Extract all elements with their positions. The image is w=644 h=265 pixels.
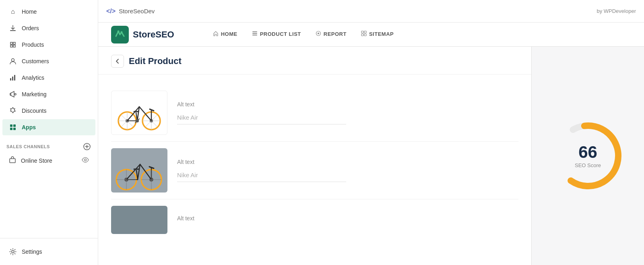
nav-sitemap-icon	[361, 31, 367, 37]
svg-point-12	[85, 159, 87, 161]
sidebar-item-label: Discounts	[22, 108, 46, 114]
image-row: Alt text	[111, 84, 518, 142]
seo-panel: 66 SEO Score	[531, 47, 644, 265]
product-image-1	[111, 91, 167, 135]
plugin-logo-text: StoreSEO	[133, 29, 174, 40]
sidebar-item-label: Orders	[22, 25, 39, 31]
sidebar-item-label: Apps	[22, 124, 36, 130]
alt-input-1[interactable]	[177, 111, 346, 124]
customers-icon	[9, 57, 17, 65]
back-button[interactable]	[111, 55, 124, 68]
topbar-left: </> StoreSeoDev	[106, 8, 155, 15]
svg-rect-6	[10, 124, 12, 127]
svg-point-20	[318, 33, 319, 34]
svg-rect-18	[252, 35, 257, 35]
nav-link-label: HOME	[221, 31, 237, 37]
alt-label: Alt text	[177, 159, 518, 165]
image-row: Alt text	[111, 142, 518, 199]
nav-home-icon	[213, 31, 219, 37]
sidebar: Home Orders Products	[0, 0, 98, 265]
sidebar-item-analytics[interactable]: Analytics	[2, 70, 95, 86]
by-developer: by WPDeveloper	[597, 8, 636, 14]
main-content: </> StoreSeoDev by WPDeveloper StoreSEO	[98, 0, 644, 265]
svg-rect-22	[364, 31, 366, 33]
svg-point-5	[14, 93, 16, 95]
alt-text-col-1: Alt text	[177, 101, 518, 124]
sidebar-item-label: Customers	[22, 58, 49, 64]
nav-link-home[interactable]: HOME	[206, 27, 244, 41]
svg-rect-21	[361, 31, 363, 33]
sidebar-item-apps[interactable]: Apps	[2, 119, 95, 135]
channels-section-header: SALES CHANNELS	[6, 144, 50, 149]
edit-main: Edit Product	[98, 47, 531, 265]
sidebar-item-discounts[interactable]: Discounts	[2, 103, 95, 119]
nav-link-product-list[interactable]: PRODUCT LIST	[246, 27, 308, 41]
alt-text-col-3: Alt text	[177, 215, 518, 225]
topbar-right: by WPDeveloper	[597, 8, 636, 14]
svg-rect-9	[13, 128, 16, 130]
products-icon	[9, 41, 17, 49]
analytics-icon	[9, 74, 17, 82]
sidebar-item-marketing[interactable]: Marketing	[2, 86, 95, 102]
svg-rect-17	[252, 33, 257, 34]
orders-icon	[9, 24, 17, 32]
alt-label: Alt text	[177, 215, 518, 222]
nav-link-sitemap[interactable]: SITEMAP	[355, 27, 400, 41]
store-icon	[9, 156, 16, 165]
plugin-logo: StoreSEO	[111, 26, 174, 43]
svg-rect-3	[12, 77, 13, 81]
topbar: </> StoreSeoDev by WPDeveloper	[98, 0, 644, 23]
code-symbol: </>	[106, 8, 116, 15]
svg-rect-2	[10, 78, 11, 81]
online-store-label: Online Store	[21, 157, 52, 164]
images-section: Alt text	[98, 75, 531, 244]
settings-icon	[9, 248, 17, 256]
seo-score-value: 66	[575, 144, 601, 161]
alt-input-2[interactable]	[177, 168, 346, 182]
svg-point-15	[121, 31, 123, 33]
sidebar-item-orders[interactable]: Orders	[2, 20, 95, 36]
online-store-item[interactable]: Online Store	[2, 153, 95, 168]
svg-rect-7	[13, 124, 16, 127]
apps-icon	[9, 123, 17, 131]
add-channel-button[interactable]	[83, 142, 91, 151]
sidebar-item-label: Analytics	[22, 75, 44, 81]
product-image-3	[111, 206, 167, 234]
seo-score-label: SEO Score	[575, 162, 601, 168]
sidebar-item-customers[interactable]: Customers	[2, 53, 95, 69]
svg-rect-4	[14, 75, 15, 81]
page-title: Edit Product	[129, 56, 182, 66]
sidebar-item-products[interactable]: Products	[2, 37, 95, 53]
image-row: Alt text	[111, 199, 518, 234]
store-name: StoreSeoDev	[119, 8, 155, 14]
svg-rect-24	[364, 34, 366, 36]
sidebar-item-home[interactable]: Home	[2, 4, 95, 20]
sidebar-item-label: Settings	[22, 248, 42, 255]
nav-link-label: PRODUCT LIST	[260, 31, 301, 37]
sidebar-item-settings[interactable]: Settings	[2, 244, 95, 260]
svg-rect-16	[252, 31, 257, 32]
svg-rect-8	[10, 128, 12, 130]
svg-rect-11	[10, 159, 15, 163]
plugin-area: StoreSEO HOME PRODUCT LIST	[98, 23, 644, 265]
svg-line-44	[150, 109, 154, 111]
sidebar-item-label: Marketing	[22, 91, 46, 97]
svg-rect-23	[361, 34, 363, 36]
plugin-logo-icon	[111, 26, 129, 43]
seo-score-chart: 66 SEO Score	[548, 116, 628, 196]
nav-list-icon	[252, 31, 258, 37]
sidebar-item-label: Products	[22, 41, 44, 48]
edit-area: Edit Product	[98, 47, 644, 265]
marketing-icon	[9, 90, 17, 98]
nav-link-label: REPORT	[324, 31, 347, 37]
svg-rect-0	[10, 30, 16, 31]
nav-link-label: SITEMAP	[369, 31, 394, 37]
alt-label: Alt text	[177, 101, 518, 108]
plugin-nav: StoreSEO HOME PRODUCT LIST	[98, 23, 644, 47]
eye-icon[interactable]	[82, 156, 89, 165]
nav-link-report[interactable]: REPORT	[309, 27, 353, 41]
svg-line-58	[149, 167, 154, 168]
nav-report-icon	[316, 31, 321, 37]
seo-score-center: 66 SEO Score	[575, 144, 601, 168]
alt-text-col-2: Alt text	[177, 159, 518, 182]
